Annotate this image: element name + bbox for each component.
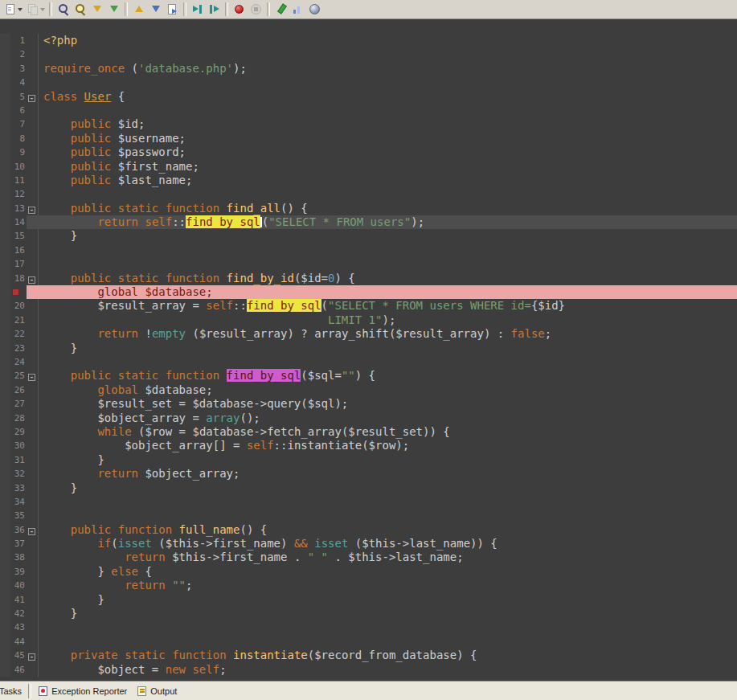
- code-line[interactable]: 18- public static function find_by_id($i…: [0, 272, 737, 285]
- line-number[interactable]: 14: [10, 215, 27, 229]
- code-line[interactable]: 27 $result_set = $database->query($sql);: [0, 397, 737, 411]
- line-number[interactable]: 10: [10, 160, 27, 174]
- line-number[interactable]: 26: [10, 383, 27, 397]
- code-line[interactable]: 33 }: [0, 481, 737, 495]
- fold-marker[interactable]: -: [28, 95, 35, 102]
- line-number[interactable]: 40: [10, 579, 27, 592]
- code-line[interactable]: 36- public function full_name() {: [0, 523, 737, 537]
- fold-marker[interactable]: -: [28, 374, 35, 381]
- code-line[interactable]: 7 public $id;: [0, 117, 737, 131]
- code-line[interactable]: 8 public $username;: [0, 132, 737, 145]
- code-line[interactable]: 29 while ($row = $database->fetch_array(…: [0, 425, 737, 439]
- line-number[interactable]: 17: [10, 257, 27, 271]
- line-number[interactable]: 15: [10, 229, 27, 243]
- line-number[interactable]: 33: [10, 481, 27, 495]
- code-line[interactable]: 37 if(isset ($this->first_name) && isset…: [0, 537, 737, 551]
- code-line[interactable]: 24: [0, 355, 737, 369]
- code-line[interactable]: 31 }: [0, 453, 737, 467]
- line-number[interactable]: 32: [10, 467, 27, 481]
- prev-annotation-button[interactable]: [105, 1, 122, 18]
- code-line[interactable]: 4: [0, 76, 737, 89]
- line-number[interactable]: 6: [10, 104, 27, 117]
- line-number[interactable]: 5: [10, 90, 27, 104]
- fold-marker[interactable]: -: [28, 207, 35, 214]
- code-line[interactable]: 14 return self::find_by_sql("SELECT * FR…: [0, 215, 737, 229]
- code-line[interactable]: 5-class User {: [0, 90, 737, 104]
- breakpoint-marker[interactable]: [12, 289, 19, 296]
- code-line[interactable]: 13- public static function find_all() {: [0, 202, 737, 215]
- line-number[interactable]: 38: [10, 551, 27, 564]
- line-number[interactable]: 20: [10, 299, 27, 313]
- line-number[interactable]: 43: [10, 620, 27, 634]
- code-line[interactable]: 15 }: [0, 229, 737, 243]
- code-line[interactable]: 43: [0, 620, 737, 634]
- line-number[interactable]: [10, 285, 27, 299]
- next-annotation-button[interactable]: [88, 1, 105, 18]
- code-line[interactable]: 38 return $this->first_name . " " . $thi…: [0, 551, 737, 564]
- code-line[interactable]: global $database;: [0, 285, 737, 299]
- previous-match-button[interactable]: [130, 1, 147, 18]
- line-number[interactable]: 37: [10, 537, 27, 551]
- code-line[interactable]: 42 }: [0, 607, 737, 620]
- shift-right-button[interactable]: [189, 1, 206, 18]
- code-line[interactable]: 41 }: [0, 593, 737, 607]
- line-number[interactable]: 25: [10, 369, 27, 383]
- code-line[interactable]: 45- private static function instantiate(…: [0, 649, 737, 662]
- shift-left-button[interactable]: [206, 1, 223, 18]
- line-number[interactable]: 23: [10, 342, 27, 355]
- line-number[interactable]: 45: [10, 649, 27, 662]
- tab-output[interactable]: Output: [132, 685, 182, 698]
- fold-marker[interactable]: -: [28, 528, 35, 535]
- search-button[interactable]: [72, 1, 88, 18]
- fold-marker[interactable]: -: [28, 276, 35, 284]
- code-line[interactable]: 21 LIMIT 1");: [0, 313, 737, 327]
- line-number[interactable]: 24: [10, 355, 27, 369]
- last-edit-location-button[interactable]: [164, 1, 181, 18]
- line-number[interactable]: 18: [10, 272, 27, 285]
- code-line[interactable]: 2: [0, 47, 737, 61]
- code-line[interactable]: 39 } else {: [0, 565, 737, 579]
- line-number[interactable]: 2: [10, 47, 27, 61]
- code-line[interactable]: 10 public $first_name;: [0, 160, 737, 174]
- line-number[interactable]: 36: [10, 523, 27, 537]
- editor[interactable]: 1<?php23require_once ('database.php');45…: [0, 19, 737, 681]
- line-number[interactable]: 7: [10, 117, 27, 131]
- code-line[interactable]: 6: [0, 104, 737, 117]
- code-line[interactable]: 44: [0, 635, 737, 649]
- new-file-button[interactable]: [2, 1, 24, 18]
- line-number[interactable]: 31: [10, 453, 27, 467]
- code-line[interactable]: 9 public $password;: [0, 145, 737, 159]
- browser-button[interactable]: [306, 1, 323, 18]
- line-number[interactable]: 11: [10, 174, 27, 187]
- line-number[interactable]: 46: [10, 663, 27, 677]
- annotate-button[interactable]: [272, 1, 289, 18]
- line-number[interactable]: 1: [10, 34, 27, 47]
- tab-tasks[interactable]: Tasks: [0, 685, 27, 698]
- line-number[interactable]: 3: [10, 62, 27, 76]
- line-number[interactable]: 34: [10, 495, 27, 509]
- line-number[interactable]: 39: [10, 565, 27, 579]
- line-number[interactable]: 44: [10, 635, 27, 649]
- code-line[interactable]: 11 public $last_name;: [0, 174, 737, 187]
- line-number[interactable]: 13: [10, 202, 27, 215]
- line-number[interactable]: 27: [10, 397, 27, 411]
- tab-exception-reporter[interactable]: Exception Reporter: [33, 685, 132, 698]
- line-number[interactable]: 8: [10, 132, 27, 145]
- code-line[interactable]: 34: [0, 495, 737, 509]
- record-button[interactable]: [231, 1, 248, 18]
- line-number[interactable]: 28: [10, 411, 27, 425]
- code-line[interactable]: 20 $result_array = self::find_by_sql("SE…: [0, 299, 737, 313]
- line-number[interactable]: 4: [10, 76, 27, 89]
- line-number[interactable]: 29: [10, 425, 27, 439]
- line-number[interactable]: 12: [10, 187, 27, 201]
- line-number[interactable]: 30: [10, 439, 27, 452]
- code-line[interactable]: 46 $object = new self;: [0, 663, 737, 677]
- code-line[interactable]: 35: [0, 509, 737, 522]
- code-line[interactable]: 32 return $object_array;: [0, 467, 737, 481]
- code-line[interactable]: 1<?php: [0, 34, 737, 47]
- line-number[interactable]: 16: [10, 244, 27, 257]
- fold-marker[interactable]: -: [28, 653, 35, 661]
- profile-button[interactable]: [289, 1, 306, 18]
- code-line[interactable]: 17: [0, 257, 737, 271]
- zoom-tool-button[interactable]: [55, 1, 72, 18]
